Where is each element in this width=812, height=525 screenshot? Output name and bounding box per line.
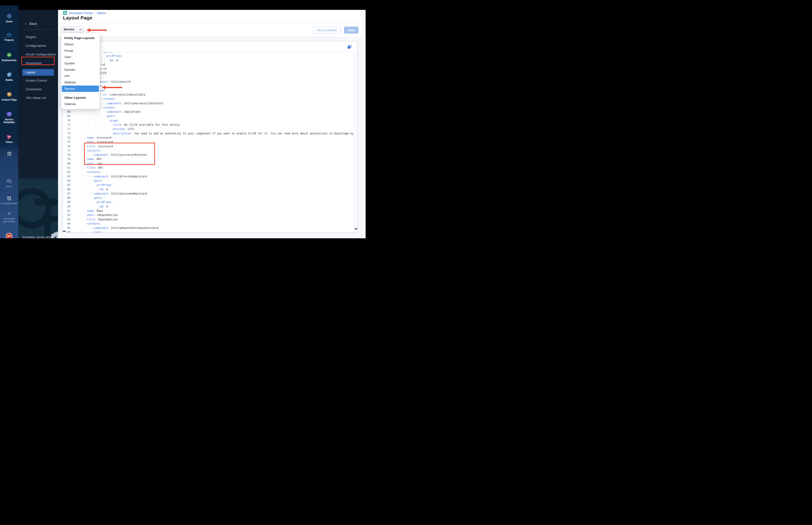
admin-sidebar: ‹Back PluginsConfigurationsOAuth Configu… bbox=[18, 10, 58, 238]
rail-divider bbox=[0, 149, 18, 150]
menu-item-sidenav[interactable]: Sidenav bbox=[61, 101, 99, 107]
rail-item-label: ServiceReliability bbox=[0, 118, 18, 124]
sidebar-item-access-control[interactable]: Access Control bbox=[18, 77, 58, 84]
developer-portal-icon bbox=[63, 11, 67, 15]
page-title: Layout Page bbox=[63, 15, 92, 21]
grid-icon bbox=[7, 152, 12, 156]
code-line-94: 94 contents: bbox=[62, 222, 355, 226]
editor-scrollbar-track[interactable] bbox=[354, 52, 357, 232]
rail-item-label: ACCOUNTSETTINGS bbox=[0, 217, 18, 223]
code-line-82: 82 contents: bbox=[62, 170, 355, 174]
rail-item-help[interactable]: ?HELP bbox=[0, 179, 18, 188]
breadcrumb-admin[interactable]: Admin bbox=[97, 11, 106, 15]
module-selector-button[interactable] bbox=[5, 150, 14, 158]
menu-group-header: Other Layouts bbox=[61, 95, 99, 101]
code-line-66: 66 component: EntityHarnessCiCdContent bbox=[62, 101, 355, 106]
idp-logo-triangle bbox=[53, 236, 56, 238]
page-scrollbar[interactable] bbox=[362, 10, 366, 238]
annotation-arrow-selector bbox=[87, 28, 90, 32]
menu-item-user[interactable]: User bbox=[61, 54, 99, 60]
rail-item-chaos[interactable]: Chaos bbox=[0, 134, 18, 144]
code-line-84: 84 specs: bbox=[62, 179, 355, 183]
feature-flags-icon bbox=[7, 92, 12, 98]
breadcrumb-separator: › bbox=[94, 11, 95, 15]
annotation-arrow-service-bar bbox=[105, 87, 122, 88]
code-line-67: 67 - content: bbox=[62, 106, 355, 110]
rail-item-label: Chaos bbox=[0, 141, 18, 144]
code-line-58: 58 path: /ci-cd bbox=[62, 67, 355, 71]
rail-item-projects[interactable]: Projects bbox=[0, 32, 18, 42]
rail-item-home[interactable]: Home bbox=[0, 14, 18, 23]
annotation-arrow-service bbox=[102, 86, 106, 89]
rail-item-dashboards[interactable]: DASHBOARDS bbox=[0, 196, 18, 205]
home-icon bbox=[7, 14, 12, 19]
code-line-60: 60 contents: bbox=[62, 75, 355, 80]
code-line-95: 95 - component: EntityDependsOnComponent… bbox=[62, 226, 355, 230]
gear-icon bbox=[7, 211, 12, 217]
sidebar-item-url-allow-list[interactable]: URL Allow List bbox=[18, 95, 58, 101]
horizontal-scrollbar-thumb[interactable] bbox=[63, 231, 66, 232]
entity-layout-select[interactable]: Service bbox=[61, 26, 83, 32]
menu-item-group[interactable]: Group bbox=[61, 47, 99, 54]
copy-icon[interactable] bbox=[348, 45, 352, 49]
code-line-54: 54 specs: bbox=[62, 52, 355, 54]
yaml-editor-card: 54 specs:55 gridProps:56 md: 657 - name:… bbox=[62, 41, 358, 232]
yaml-code-viewport[interactable]: 54 specs:55 gridProps:56 md: 657 - name:… bbox=[62, 52, 355, 232]
rail-item-label: Builds bbox=[0, 79, 18, 81]
entity-layout-menu: Entity Page LayoutsOthersGroupUserSystem… bbox=[61, 33, 99, 109]
sidebar-item-plugins[interactable]: Plugins bbox=[18, 34, 58, 41]
rail-item-deployments[interactable]: ∞Deployments bbox=[0, 52, 18, 62]
rail-item-service-reliability[interactable]: ServiceReliability bbox=[0, 111, 18, 124]
svg-text:?: ? bbox=[8, 180, 9, 182]
breadcrumb-developer-portal[interactable]: Developer Portal bbox=[69, 11, 93, 15]
reset-default-button[interactable]: Reset Default bbox=[313, 27, 341, 34]
code-line-73: 73 description: You need to add an annot… bbox=[62, 131, 355, 136]
menu-item-website[interactable]: Website bbox=[61, 79, 99, 86]
rail-item-account-settings[interactable]: ACCOUNTSETTINGS bbox=[0, 211, 18, 223]
sidebar-footer: INTERNAL DEVELOPER Portal bbox=[18, 179, 58, 238]
avatar[interactable]: DP bbox=[6, 233, 13, 238]
module-rail: HomeProjects∞DeploymentsBuildsFeature Fl… bbox=[0, 5, 18, 238]
save-button[interactable]: Save bbox=[344, 27, 358, 34]
page-header: Developer Portal›Admin› Layout Page bbox=[58, 10, 362, 23]
sidebar-item-layout[interactable]: Layout bbox=[22, 69, 54, 76]
back-button[interactable]: ‹Back bbox=[25, 21, 37, 26]
rail-item-label: DASHBOARDS bbox=[0, 202, 18, 205]
code-line-90: 90 md: 6 bbox=[62, 205, 355, 209]
code-line-86: 86 md: 6 bbox=[62, 187, 355, 192]
menu-item-system[interactable]: System bbox=[61, 60, 99, 66]
code-line-81: 81 title: API bbox=[62, 166, 355, 170]
code-line-71: 71 title: No CI/CD available for this en… bbox=[62, 123, 355, 127]
code-line-85: 85 gridProps: bbox=[62, 183, 355, 187]
menu-item-api[interactable]: API bbox=[61, 73, 99, 79]
rail-item-feature-flags[interactable]: Feature Flags bbox=[0, 92, 18, 101]
menu-item-service[interactable]: Service bbox=[62, 86, 99, 92]
sidebar-item-configurations[interactable]: Configurations bbox=[18, 43, 58, 49]
rail-item-builds[interactable]: Builds bbox=[0, 72, 18, 81]
code-line-63: 63 cases: bbox=[62, 88, 355, 93]
decorative-bar bbox=[35, 199, 58, 205]
rail-item-label: Feature Flags bbox=[0, 99, 18, 101]
code-line-89: 89 gridProps: bbox=[62, 200, 355, 204]
svg-text:∞: ∞ bbox=[8, 53, 10, 57]
main-content: Developer Portal›Admin› Layout Page Serv… bbox=[58, 10, 362, 238]
chevron-down-icon bbox=[79, 29, 82, 30]
breadcrumb: Developer Portal›Admin› bbox=[69, 11, 110, 15]
menu-item-domain[interactable]: Domain bbox=[61, 66, 99, 73]
menu-item-others[interactable]: Others bbox=[61, 41, 99, 47]
sidebar-item-connectors[interactable]: Connectors bbox=[18, 86, 58, 93]
code-line-59: 59 title: CI/CD bbox=[62, 71, 355, 75]
vertical-scrollbar-thumb[interactable] bbox=[354, 228, 357, 229]
brand-line1: INTERNAL DEVELOPER bbox=[22, 236, 52, 238]
window-top-bar bbox=[0, 0, 366, 10]
code-line-92: 92 path: /dependencies bbox=[62, 213, 355, 217]
entity-layout-select-value: Service bbox=[64, 28, 79, 31]
help-icon: ? bbox=[7, 179, 12, 184]
code-line-91: 91 - name: Deps bbox=[62, 209, 355, 213]
rail-item-label: Deployments bbox=[0, 59, 18, 62]
rail-item-label: Projects bbox=[0, 39, 18, 42]
code-line-83: 83 - component: EntityProvidedApisCard bbox=[62, 174, 355, 179]
code-line-93: 93 title: Dependencies bbox=[62, 217, 355, 222]
menu-group-header: Entity Page Layouts bbox=[61, 35, 99, 41]
code-line-74: 74 - name: Scorecard bbox=[62, 136, 355, 140]
